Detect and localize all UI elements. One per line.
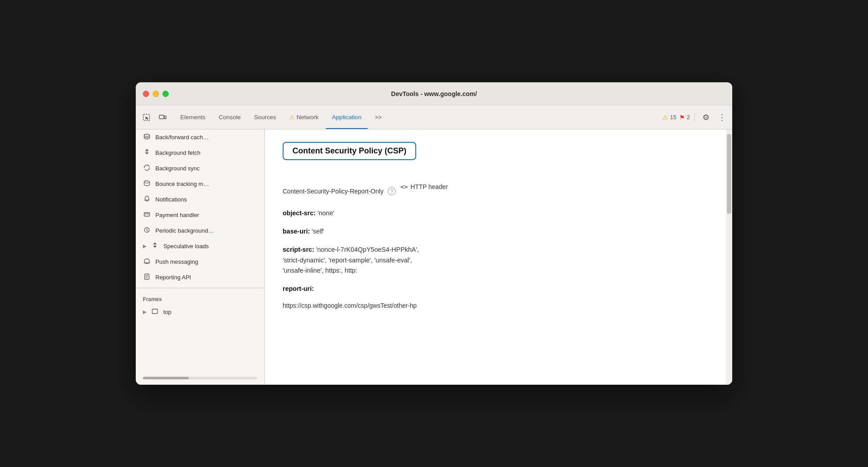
background-fetch-icon [143, 149, 151, 157]
content-area: Content Security Policy (CSP) Content-Se… [265, 129, 732, 385]
speculative-loads-label: Speculative loads [163, 243, 257, 250]
periodic-background-label: Periodic background… [155, 227, 257, 234]
tab-elements[interactable]: Elements [174, 105, 211, 129]
tab-network[interactable]: ⚠ Network [283, 105, 325, 129]
sidebar-scrollbar-area [136, 373, 264, 385]
error-icon: ⚑ [679, 114, 685, 121]
push-messaging-label: Push messaging [155, 258, 257, 265]
script-src-value: 'nonce-l-7rK04QpY5oeS4-HPPkhA', [316, 246, 419, 253]
svg-rect-8 [152, 309, 158, 314]
base-uri-key: base-uri: [283, 228, 310, 235]
main-area: Back/forward cach… Background fetch Back… [136, 129, 732, 385]
svg-point-4 [144, 181, 150, 183]
tab-sources[interactable]: Sources [248, 105, 283, 129]
payment-handler-icon [143, 211, 151, 219]
devtools-window: DevTools - www.google.com/ Elements Cons… [136, 82, 732, 385]
csp-directive-report-uri: report-uri: [283, 284, 714, 294]
tab-application[interactable]: Application [326, 105, 368, 129]
tab-network-label: Network [296, 114, 319, 121]
speculative-loads-expand-icon[interactable]: ▶ [143, 243, 146, 249]
window-title: DevTools - www.google.com/ [391, 90, 477, 97]
tab-more-label: >> [375, 114, 382, 121]
back-forward-cache-icon [143, 133, 151, 141]
sidebar-item-speculative-loads[interactable]: ▶ Speculative loads [136, 238, 264, 254]
csp-policy-row: Content-Security-Policy-Report-Only ? <>… [283, 183, 714, 199]
csp-title-box: Content Security Policy (CSP) [283, 142, 416, 160]
device-icon [158, 113, 166, 121]
notifications-label: Notifications [155, 196, 257, 203]
speculative-loads-icon [151, 242, 159, 250]
back-forward-cache-label: Back/forward cach… [155, 134, 257, 141]
svg-point-3 [144, 134, 150, 137]
base-uri-value: 'self' [312, 228, 324, 235]
sidebar-scrollbar-thumb[interactable] [143, 377, 189, 379]
sidebar-item-payment-handler[interactable]: Payment handler [136, 207, 264, 223]
frames-label: Frames [143, 296, 162, 302]
warning-badge[interactable]: ⚠ 15 [662, 114, 676, 121]
help-icon-button[interactable]: ? [388, 187, 396, 195]
payment-handler-label: Payment handler [155, 212, 257, 218]
inspect-element-button[interactable] [139, 110, 154, 125]
maximize-button[interactable] [162, 91, 169, 97]
toolbar-separator [694, 113, 695, 122]
sidebar-scrollbar-indicator [143, 377, 257, 379]
content-scrollbar-track[interactable] [726, 129, 732, 385]
sidebar-item-back-forward-cache[interactable]: Back/forward cach… [136, 129, 264, 145]
report-uri-value: https://csp.withgoogle.com/csp/gwsTest/o… [283, 302, 417, 309]
report-uri-key: report-uri: [283, 285, 314, 292]
code-sym-icon: <> [400, 183, 408, 190]
svg-rect-2 [164, 116, 166, 119]
error-count: 2 [687, 114, 690, 121]
network-warning-icon: ⚠ [289, 114, 295, 121]
close-button[interactable] [143, 91, 149, 97]
network-tab-warning: ⚠ Network [289, 114, 319, 121]
sidebar-item-push-messaging[interactable]: Push messaging [136, 254, 264, 270]
traffic-lights [143, 91, 169, 97]
device-toggle-button[interactable] [155, 110, 170, 125]
script-src-value-3: 'unsafe-inline', https:, http: [283, 267, 357, 274]
tab-more[interactable]: >> [369, 105, 388, 129]
sidebar-item-background-sync[interactable]: Background sync [136, 161, 264, 176]
minimize-button[interactable] [153, 91, 159, 97]
svg-rect-1 [159, 115, 164, 119]
notifications-icon [143, 195, 151, 204]
bounce-tracking-label: Bounce tracking m… [155, 181, 257, 187]
bounce-tracking-icon [143, 180, 151, 188]
csp-directive-object-src: object-src: 'none' [283, 208, 714, 218]
sidebar-item-periodic-background[interactable]: Periodic background… [136, 223, 264, 238]
sidebar-divider [136, 288, 264, 288]
error-badge[interactable]: ⚑ 2 [679, 114, 690, 121]
reporting-api-icon [143, 273, 151, 282]
csp-report-uri-url: https://csp.withgoogle.com/csp/gwsTest/o… [283, 302, 714, 309]
periodic-background-icon [143, 226, 151, 235]
content-scrollbar-thumb[interactable] [727, 134, 731, 214]
sidebar-item-background-fetch[interactable]: Background fetch [136, 145, 264, 161]
frames-section-header: Frames [136, 291, 264, 304]
http-header-text: HTTP header [410, 183, 448, 190]
more-options-button[interactable]: ⋮ [715, 111, 729, 124]
csp-title: Content Security Policy (CSP) [292, 146, 406, 155]
frames-top-icon [151, 308, 159, 316]
background-sync-label: Background sync [155, 165, 257, 172]
frames-top-expand-icon[interactable]: ▶ [143, 309, 146, 315]
http-header-label: <> HTTP header [400, 183, 448, 190]
tab-application-label: Application [332, 114, 361, 121]
toolbar-right: ⚠ 15 ⚑ 2 ⚙ ⋮ [662, 105, 729, 129]
reporting-api-label: Reporting API [155, 274, 257, 281]
csp-policy-name: Content-Security-Policy-Report-Only [283, 188, 383, 195]
sidebar-item-bounce-tracking[interactable]: Bounce tracking m… [136, 176, 264, 192]
cursor-icon [142, 113, 150, 121]
frames-top-label: top [163, 309, 257, 315]
sidebar-item-notifications[interactable]: Notifications [136, 192, 264, 207]
tab-elements-label: Elements [180, 114, 205, 121]
title-bar: DevTools - www.google.com/ [136, 82, 732, 105]
sidebar-item-frames-top[interactable]: ▶ top [136, 304, 264, 320]
object-src-key: object-src: [283, 209, 316, 217]
tab-console[interactable]: Console [212, 105, 247, 129]
sidebar-item-reporting-api[interactable]: Reporting API [136, 270, 264, 285]
csp-directive-base-uri: base-uri: 'self' [283, 226, 714, 237]
sidebar-scroll[interactable]: Back/forward cach… Background fetch Back… [136, 129, 264, 373]
sidebar: Back/forward cach… Background fetch Back… [136, 129, 265, 385]
csp-directive-script-src: script-src: 'nonce-l-7rK04QpY5oeS4-HPPkh… [283, 245, 714, 276]
settings-button[interactable]: ⚙ [699, 111, 713, 124]
